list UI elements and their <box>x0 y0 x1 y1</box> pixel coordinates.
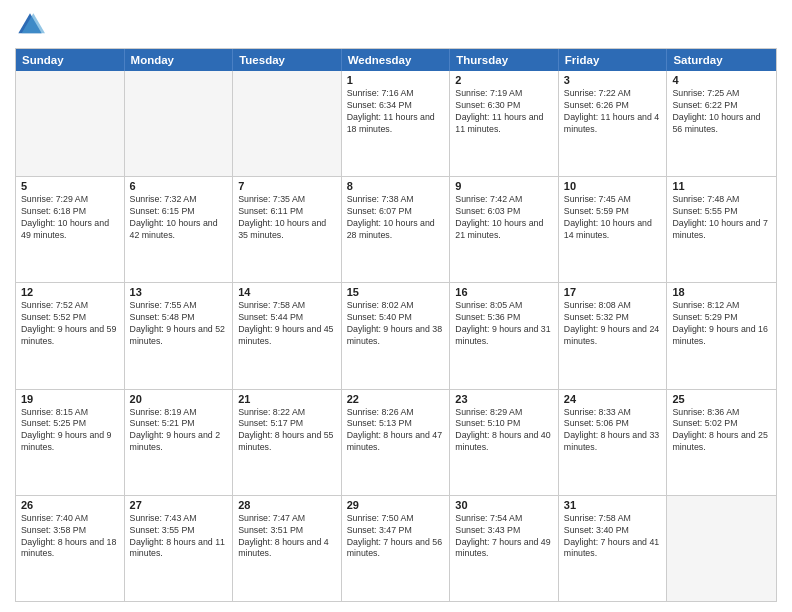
day-number: 5 <box>21 180 119 192</box>
logo-icon <box>15 10 45 40</box>
day-number: 29 <box>347 499 445 511</box>
day-number: 12 <box>21 286 119 298</box>
header-day-tuesday: Tuesday <box>233 49 342 71</box>
day-number: 28 <box>238 499 336 511</box>
calendar-day-empty <box>16 71 125 176</box>
day-content: Sunrise: 7:52 AM Sunset: 5:52 PM Dayligh… <box>21 300 119 348</box>
calendar-day-19: 19Sunrise: 8:15 AM Sunset: 5:25 PM Dayli… <box>16 390 125 495</box>
calendar-day-14: 14Sunrise: 7:58 AM Sunset: 5:44 PM Dayli… <box>233 283 342 388</box>
day-number: 31 <box>564 499 662 511</box>
calendar-body: 1Sunrise: 7:16 AM Sunset: 6:34 PM Daylig… <box>16 71 776 601</box>
day-number: 21 <box>238 393 336 405</box>
header-day-thursday: Thursday <box>450 49 559 71</box>
day-number: 24 <box>564 393 662 405</box>
day-content: Sunrise: 7:16 AM Sunset: 6:34 PM Dayligh… <box>347 88 445 136</box>
day-number: 4 <box>672 74 771 86</box>
day-number: 22 <box>347 393 445 405</box>
day-content: Sunrise: 8:33 AM Sunset: 5:06 PM Dayligh… <box>564 407 662 455</box>
calendar-header: SundayMondayTuesdayWednesdayThursdayFrid… <box>16 49 776 71</box>
calendar-day-empty <box>125 71 234 176</box>
day-content: Sunrise: 8:08 AM Sunset: 5:32 PM Dayligh… <box>564 300 662 348</box>
calendar-day-24: 24Sunrise: 8:33 AM Sunset: 5:06 PM Dayli… <box>559 390 668 495</box>
day-number: 1 <box>347 74 445 86</box>
day-content: Sunrise: 7:35 AM Sunset: 6:11 PM Dayligh… <box>238 194 336 242</box>
day-number: 16 <box>455 286 553 298</box>
day-content: Sunrise: 8:29 AM Sunset: 5:10 PM Dayligh… <box>455 407 553 455</box>
day-number: 30 <box>455 499 553 511</box>
calendar-day-11: 11Sunrise: 7:48 AM Sunset: 5:55 PM Dayli… <box>667 177 776 282</box>
calendar-day-26: 26Sunrise: 7:40 AM Sunset: 3:58 PM Dayli… <box>16 496 125 601</box>
day-number: 23 <box>455 393 553 405</box>
day-number: 20 <box>130 393 228 405</box>
day-content: Sunrise: 7:50 AM Sunset: 3:47 PM Dayligh… <box>347 513 445 561</box>
day-number: 27 <box>130 499 228 511</box>
calendar-day-5: 5Sunrise: 7:29 AM Sunset: 6:18 PM Daylig… <box>16 177 125 282</box>
day-content: Sunrise: 7:38 AM Sunset: 6:07 PM Dayligh… <box>347 194 445 242</box>
calendar-week-2: 5Sunrise: 7:29 AM Sunset: 6:18 PM Daylig… <box>16 176 776 282</box>
calendar-day-28: 28Sunrise: 7:47 AM Sunset: 3:51 PM Dayli… <box>233 496 342 601</box>
calendar-day-6: 6Sunrise: 7:32 AM Sunset: 6:15 PM Daylig… <box>125 177 234 282</box>
calendar-day-10: 10Sunrise: 7:45 AM Sunset: 5:59 PM Dayli… <box>559 177 668 282</box>
day-content: Sunrise: 7:25 AM Sunset: 6:22 PM Dayligh… <box>672 88 771 136</box>
day-content: Sunrise: 7:19 AM Sunset: 6:30 PM Dayligh… <box>455 88 553 136</box>
calendar-day-2: 2Sunrise: 7:19 AM Sunset: 6:30 PM Daylig… <box>450 71 559 176</box>
day-content: Sunrise: 7:32 AM Sunset: 6:15 PM Dayligh… <box>130 194 228 242</box>
day-content: Sunrise: 8:12 AM Sunset: 5:29 PM Dayligh… <box>672 300 771 348</box>
day-number: 17 <box>564 286 662 298</box>
header-day-sunday: Sunday <box>16 49 125 71</box>
calendar-day-18: 18Sunrise: 8:12 AM Sunset: 5:29 PM Dayli… <box>667 283 776 388</box>
calendar-week-3: 12Sunrise: 7:52 AM Sunset: 5:52 PM Dayli… <box>16 282 776 388</box>
calendar-day-3: 3Sunrise: 7:22 AM Sunset: 6:26 PM Daylig… <box>559 71 668 176</box>
day-content: Sunrise: 8:05 AM Sunset: 5:36 PM Dayligh… <box>455 300 553 348</box>
day-number: 15 <box>347 286 445 298</box>
calendar-day-30: 30Sunrise: 7:54 AM Sunset: 3:43 PM Dayli… <box>450 496 559 601</box>
day-content: Sunrise: 7:43 AM Sunset: 3:55 PM Dayligh… <box>130 513 228 561</box>
day-number: 25 <box>672 393 771 405</box>
calendar-day-4: 4Sunrise: 7:25 AM Sunset: 6:22 PM Daylig… <box>667 71 776 176</box>
day-content: Sunrise: 8:36 AM Sunset: 5:02 PM Dayligh… <box>672 407 771 455</box>
day-content: Sunrise: 7:40 AM Sunset: 3:58 PM Dayligh… <box>21 513 119 561</box>
calendar-day-12: 12Sunrise: 7:52 AM Sunset: 5:52 PM Dayli… <box>16 283 125 388</box>
day-content: Sunrise: 8:19 AM Sunset: 5:21 PM Dayligh… <box>130 407 228 455</box>
day-number: 8 <box>347 180 445 192</box>
calendar-day-31: 31Sunrise: 7:58 AM Sunset: 3:40 PM Dayli… <box>559 496 668 601</box>
day-content: Sunrise: 7:45 AM Sunset: 5:59 PM Dayligh… <box>564 194 662 242</box>
calendar-day-25: 25Sunrise: 8:36 AM Sunset: 5:02 PM Dayli… <box>667 390 776 495</box>
calendar-day-7: 7Sunrise: 7:35 AM Sunset: 6:11 PM Daylig… <box>233 177 342 282</box>
day-content: Sunrise: 7:42 AM Sunset: 6:03 PM Dayligh… <box>455 194 553 242</box>
header-day-monday: Monday <box>125 49 234 71</box>
day-number: 2 <box>455 74 553 86</box>
day-number: 9 <box>455 180 553 192</box>
day-content: Sunrise: 8:15 AM Sunset: 5:25 PM Dayligh… <box>21 407 119 455</box>
day-number: 10 <box>564 180 662 192</box>
day-content: Sunrise: 7:58 AM Sunset: 3:40 PM Dayligh… <box>564 513 662 561</box>
calendar-day-8: 8Sunrise: 7:38 AM Sunset: 6:07 PM Daylig… <box>342 177 451 282</box>
calendar-day-22: 22Sunrise: 8:26 AM Sunset: 5:13 PM Dayli… <box>342 390 451 495</box>
calendar-day-16: 16Sunrise: 8:05 AM Sunset: 5:36 PM Dayli… <box>450 283 559 388</box>
day-content: Sunrise: 8:22 AM Sunset: 5:17 PM Dayligh… <box>238 407 336 455</box>
calendar-day-20: 20Sunrise: 8:19 AM Sunset: 5:21 PM Dayli… <box>125 390 234 495</box>
calendar-week-4: 19Sunrise: 8:15 AM Sunset: 5:25 PM Dayli… <box>16 389 776 495</box>
calendar-day-17: 17Sunrise: 8:08 AM Sunset: 5:32 PM Dayli… <box>559 283 668 388</box>
calendar-day-27: 27Sunrise: 7:43 AM Sunset: 3:55 PM Dayli… <box>125 496 234 601</box>
day-number: 18 <box>672 286 771 298</box>
header-day-friday: Friday <box>559 49 668 71</box>
day-number: 19 <box>21 393 119 405</box>
day-number: 11 <box>672 180 771 192</box>
header-day-wednesday: Wednesday <box>342 49 451 71</box>
calendar-week-5: 26Sunrise: 7:40 AM Sunset: 3:58 PM Dayli… <box>16 495 776 601</box>
header-day-saturday: Saturday <box>667 49 776 71</box>
day-content: Sunrise: 7:47 AM Sunset: 3:51 PM Dayligh… <box>238 513 336 561</box>
calendar-day-9: 9Sunrise: 7:42 AM Sunset: 6:03 PM Daylig… <box>450 177 559 282</box>
calendar-day-29: 29Sunrise: 7:50 AM Sunset: 3:47 PM Dayli… <box>342 496 451 601</box>
day-content: Sunrise: 7:48 AM Sunset: 5:55 PM Dayligh… <box>672 194 771 242</box>
calendar-day-13: 13Sunrise: 7:55 AM Sunset: 5:48 PM Dayli… <box>125 283 234 388</box>
day-content: Sunrise: 7:58 AM Sunset: 5:44 PM Dayligh… <box>238 300 336 348</box>
day-content: Sunrise: 7:22 AM Sunset: 6:26 PM Dayligh… <box>564 88 662 136</box>
calendar-day-23: 23Sunrise: 8:29 AM Sunset: 5:10 PM Dayli… <box>450 390 559 495</box>
day-number: 3 <box>564 74 662 86</box>
calendar-day-21: 21Sunrise: 8:22 AM Sunset: 5:17 PM Dayli… <box>233 390 342 495</box>
calendar-day-15: 15Sunrise: 8:02 AM Sunset: 5:40 PM Dayli… <box>342 283 451 388</box>
day-content: Sunrise: 8:02 AM Sunset: 5:40 PM Dayligh… <box>347 300 445 348</box>
day-content: Sunrise: 8:26 AM Sunset: 5:13 PM Dayligh… <box>347 407 445 455</box>
